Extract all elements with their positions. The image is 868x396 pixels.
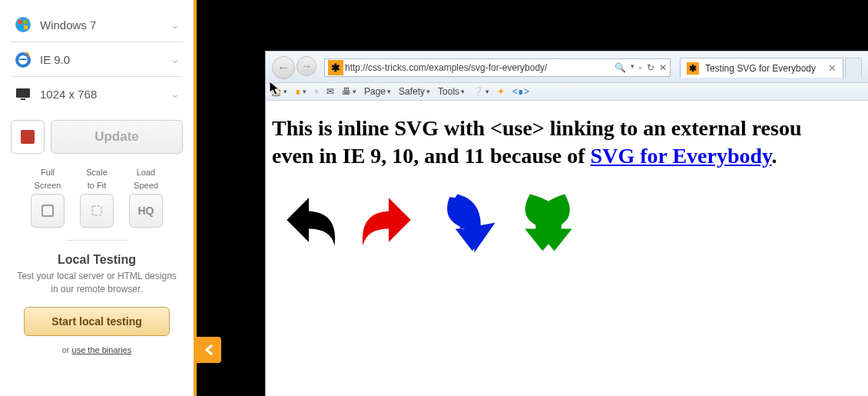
compat-icon[interactable]: ▫ [639,62,642,73]
refresh-icon[interactable]: ↻ [647,62,654,73]
scale-to-fit-button[interactable] [80,194,114,228]
read-mail-button[interactable]: ✉ [326,86,334,97]
ie-browser-window: ← → ✱ http://css-tricks.com/examples/svg… [265,51,868,396]
use-binaries-link[interactable]: use the binaries [72,345,132,354]
svg-rect-7 [21,98,25,100]
content-line-2a: even in IE 9, 10, and 11 because of [272,144,591,168]
arrow-down-icon [432,183,505,257]
or-text: or [62,345,72,354]
chevron-left-icon [204,344,214,356]
chevron-down-icon: ⌄ [171,18,180,31]
svg-rect-8 [42,205,53,216]
ie-toolbar: 🏠▾ ∎▾ ▾ ✉ 🖶▾ Page▾ Safety▾ Tools▾ ❔▾ ✦ <… [266,83,868,101]
resolution-label: 1024 x 768 [40,88,171,101]
collapse-sidebar-button[interactable] [197,337,221,363]
monitor-icon [14,85,32,103]
page-content: This is inline SVG with <use> linking to… [266,101,868,271]
svg-rect-6 [16,88,30,98]
dev-tools-icon[interactable]: <∎> [512,86,529,97]
local-testing-desc: Test your local server or HTML designs i… [11,270,183,296]
content-line-2b: . [772,144,777,168]
ie-icon [14,50,32,68]
scale-label-1: Scale [86,168,108,178]
update-button[interactable]: Update [51,120,183,154]
hq-badge: HQ [138,205,154,218]
browser-tab[interactable]: ✱ Testing SVG for Everybody ✕ [680,58,843,78]
feeds-button[interactable]: ∎▾ [295,86,306,97]
load-speed-button[interactable]: HQ [129,194,163,228]
browser-selector[interactable]: IE 9.0 ⌄ [11,42,183,77]
page-menu[interactable]: Page▾ [364,86,391,97]
fullscreen-button[interactable] [31,194,65,228]
address-bar[interactable]: ✱ http://css-tricks.com/examples/svg-for… [324,58,671,77]
stop-icon[interactable]: ✕ [659,62,667,73]
content-line-1: This is inline SVG with <use> linking to… [272,116,802,140]
bstack-icon[interactable]: ✦ [497,86,505,97]
local-testing-heading: Local Testing [11,253,183,267]
os-selector[interactable]: Windows 7 ⌄ [11,8,183,42]
back-button[interactable]: ← [272,56,295,79]
speed-label-1: Load [137,168,155,178]
browser-label: IE 9.0 [40,53,171,66]
divider [66,240,128,241]
print-button[interactable]: 🖶▾ [342,86,356,97]
stop-icon [21,130,35,144]
svg-rect-4 [24,25,28,29]
new-tab-button[interactable] [845,58,862,78]
arrow-right-icon [352,183,426,257]
search-icon[interactable]: 🔍 [615,62,626,73]
fullscreen-label-2: Screen [35,181,61,191]
svg-rect-1 [18,20,22,24]
arrow-left-icon [272,183,346,257]
windows-icon [14,15,32,34]
favicon-icon: ✱ [328,60,343,75]
arrow-curve-left-icon [512,183,585,257]
close-tab-icon[interactable]: ✕ [828,62,837,74]
home-button[interactable]: 🏠▾ [270,86,287,97]
svg-rect-3 [18,25,22,29]
resolution-selector[interactable]: 1024 x 768 ⌄ [11,77,183,111]
svg-rect-9 [92,206,101,215]
scale-label-2: to Fit [88,181,106,191]
svg-for-everybody-link[interactable]: SVG for Everybody [591,144,772,168]
svg-rect-2 [24,20,28,24]
chevron-down-icon: ⌄ [171,88,180,100]
stop-button[interactable] [11,120,45,154]
tools-menu[interactable]: Tools▾ [438,86,465,97]
fullscreen-label-1: Full [41,168,55,178]
url-text: http://css-tricks.com/examples/svg-for-e… [345,62,615,73]
os-label: Windows 7 [40,18,171,32]
start-local-testing-button[interactable]: Start local testing [24,307,170,336]
svg-point-0 [15,17,31,32]
safety-menu[interactable]: Safety▾ [399,86,430,97]
sidebar: Windows 7 ⌄ IE 9.0 ⌄ 1024 x 768 ⌄ Update [0,0,197,396]
favicon-icon: ✱ [687,62,699,75]
tab-title: Testing SVG for Everybody [705,63,816,74]
forward-button[interactable]: → [297,56,316,76]
chevron-down-icon: ⌄ [171,53,180,65]
help-button[interactable]: ❔▾ [472,86,489,97]
speed-label-2: Speed [134,181,158,191]
